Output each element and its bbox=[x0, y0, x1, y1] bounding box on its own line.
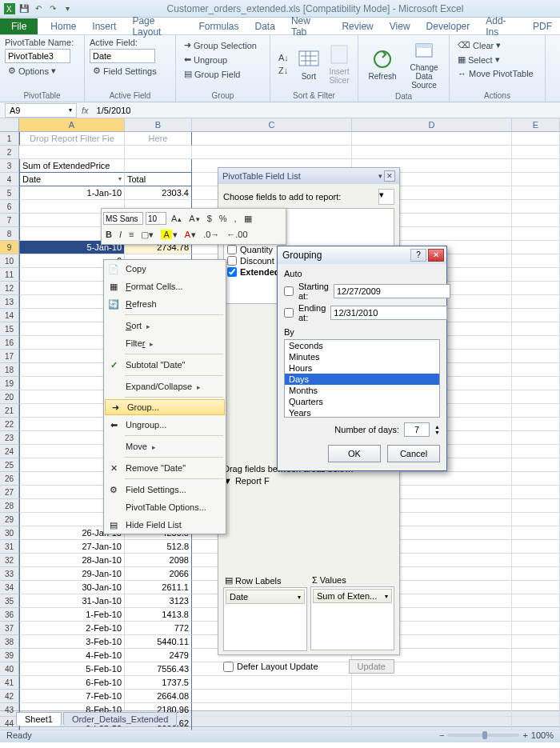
cell[interactable] bbox=[512, 472, 560, 486]
date-header-cell[interactable]: Date bbox=[19, 173, 125, 186]
ctx-pt-options[interactable]: PivotTable Options... bbox=[104, 498, 226, 516]
italic-icon[interactable]: I bbox=[117, 230, 124, 239]
cell[interactable] bbox=[512, 227, 560, 241]
pt-name-input[interactable] bbox=[5, 49, 70, 63]
ctx-move[interactable]: Move bbox=[104, 438, 226, 455]
bold-icon[interactable]: B bbox=[103, 230, 114, 239]
col-hdr-e[interactable]: E bbox=[512, 118, 560, 132]
date-cell[interactable]: 5-Feb-10 bbox=[19, 662, 125, 676]
cell[interactable] bbox=[512, 363, 560, 377]
row-hdr[interactable]: 33 bbox=[0, 567, 19, 581]
fill-color-icon[interactable]: A▾ bbox=[158, 230, 179, 240]
cancel-button[interactable]: Cancel bbox=[387, 445, 440, 462]
change-source-button[interactable]: Change Data Source bbox=[405, 38, 443, 91]
ctx-field-settings[interactable]: ⚙Field Settings... bbox=[104, 481, 226, 498]
tab-pdf[interactable]: PDF bbox=[525, 18, 560, 34]
row-hdr[interactable]: 35 bbox=[0, 594, 19, 608]
cell[interactable] bbox=[512, 703, 560, 717]
cell[interactable] bbox=[352, 690, 512, 703]
cell[interactable] bbox=[512, 186, 560, 200]
date-cell[interactable]: 4-Feb-10 bbox=[19, 649, 125, 662]
starting-checkbox[interactable] bbox=[284, 286, 294, 296]
tab-formulas[interactable]: Formulas bbox=[191, 18, 247, 34]
save-icon[interactable]: 💾 bbox=[18, 2, 30, 15]
select-all-corner[interactable] bbox=[0, 118, 19, 132]
cell[interactable] bbox=[19, 146, 125, 159]
move-pt-button[interactable]: ↔Move PivotTable bbox=[454, 68, 540, 79]
total-header-cell[interactable]: Total bbox=[125, 173, 192, 186]
cell[interactable] bbox=[512, 717, 560, 730]
formula-value[interactable]: 1/5/2010 bbox=[94, 106, 560, 115]
pt-options-button[interactable]: ⚙Options ▾ bbox=[5, 65, 79, 77]
cell[interactable] bbox=[512, 309, 560, 322]
cell[interactable] bbox=[512, 254, 560, 268]
mini-font[interactable] bbox=[103, 212, 143, 225]
col-hdr-d[interactable]: D bbox=[352, 118, 512, 132]
cell[interactable] bbox=[512, 526, 560, 540]
cell[interactable] bbox=[512, 690, 560, 703]
dialog-help-icon[interactable]: ? bbox=[410, 249, 426, 262]
border-icon[interactable]: ▢▾ bbox=[138, 230, 156, 240]
row-hdr[interactable]: 36 bbox=[0, 608, 19, 622]
row-hdr[interactable]: 29 bbox=[0, 513, 19, 526]
cell[interactable] bbox=[192, 717, 352, 730]
ctx-remove[interactable]: ✕Remove "Date" bbox=[104, 459, 226, 477]
group-field-button[interactable]: ▤Group Field bbox=[181, 68, 265, 80]
row-chip-date[interactable]: Date▾ bbox=[226, 590, 305, 604]
af-input[interactable] bbox=[90, 49, 155, 63]
field-list-close-icon[interactable]: ✕ bbox=[384, 170, 395, 182]
zoom-slider[interactable] bbox=[447, 734, 519, 737]
date-cell[interactable]: 30-Jan-10 bbox=[19, 581, 125, 594]
zoom-out-icon[interactable]: − bbox=[439, 730, 444, 740]
cell[interactable]: Here bbox=[125, 132, 192, 146]
col-hdr-c[interactable]: C bbox=[192, 118, 352, 132]
date-cell[interactable]: 1-Feb-10 bbox=[19, 608, 125, 622]
group-selection-button[interactable]: ➜Group Selection bbox=[181, 39, 265, 51]
row-hdr[interactable]: 32 bbox=[0, 554, 19, 567]
starting-input[interactable] bbox=[334, 284, 450, 298]
file-tab[interactable]: File bbox=[0, 18, 38, 34]
row-hdr[interactable]: 10 bbox=[0, 254, 19, 268]
row-hdr[interactable]: 40 bbox=[0, 662, 19, 676]
by-option[interactable]: Hours bbox=[285, 362, 439, 374]
tab-data[interactable]: Data bbox=[247, 18, 283, 34]
ctx-hide-fieldlist[interactable]: ▤Hide Field List bbox=[104, 516, 226, 534]
percent-icon[interactable]: % bbox=[217, 214, 230, 223]
field-settings-button[interactable]: ⚙Field Settings bbox=[90, 65, 170, 77]
row-hdr[interactable]: 28 bbox=[0, 499, 19, 513]
by-option[interactable]: Seconds bbox=[285, 340, 439, 351]
defer-checkbox[interactable]: Defer Layout Update bbox=[223, 662, 318, 672]
ctx-filter[interactable]: Filter bbox=[104, 334, 226, 352]
row-hdr[interactable]: 13 bbox=[0, 295, 19, 309]
by-listbox[interactable]: SecondsMinutesHoursDaysMonthsQuartersYea… bbox=[284, 339, 440, 418]
cell[interactable] bbox=[512, 390, 560, 404]
row-hdr[interactable]: 37 bbox=[0, 622, 19, 635]
cell[interactable] bbox=[512, 200, 560, 214]
value-cell[interactable]: 2303.4 bbox=[125, 186, 192, 200]
refresh-button[interactable]: Refresh bbox=[363, 38, 402, 91]
align-icon[interactable]: ≡ bbox=[126, 230, 136, 239]
cell[interactable] bbox=[192, 703, 352, 717]
row-hdr[interactable]: 25 bbox=[0, 458, 19, 472]
row-hdr[interactable]: 41 bbox=[0, 676, 19, 690]
row-hdr[interactable]: 19 bbox=[0, 377, 19, 390]
row-hdr[interactable]: 4 bbox=[0, 173, 19, 186]
cell[interactable] bbox=[512, 676, 560, 690]
row-hdr[interactable]: 26 bbox=[0, 472, 19, 486]
tab-home[interactable]: Home bbox=[42, 18, 84, 34]
ctx-ungroup[interactable]: ⬅Ungroup... bbox=[104, 416, 226, 434]
tab-insert[interactable]: Insert bbox=[84, 18, 124, 34]
row-hdr[interactable]: 16 bbox=[0, 336, 19, 350]
date-cell[interactable]: 1-Jan-10 bbox=[19, 186, 125, 200]
ok-button[interactable]: OK bbox=[328, 445, 381, 462]
cell[interactable] bbox=[512, 159, 560, 173]
date-cell[interactable]: 3-Feb-10 bbox=[19, 635, 125, 649]
font-color-icon[interactable]: A▾ bbox=[182, 230, 198, 240]
value-chip[interactable]: Sum of Exten...▾ bbox=[313, 589, 392, 603]
cell[interactable] bbox=[512, 554, 560, 567]
cell[interactable] bbox=[125, 146, 192, 159]
cell[interactable] bbox=[512, 173, 560, 186]
increase-font-icon[interactable]: A▴ bbox=[169, 214, 184, 223]
row-hdr[interactable]: 1 bbox=[0, 132, 19, 146]
cell[interactable] bbox=[512, 350, 560, 363]
